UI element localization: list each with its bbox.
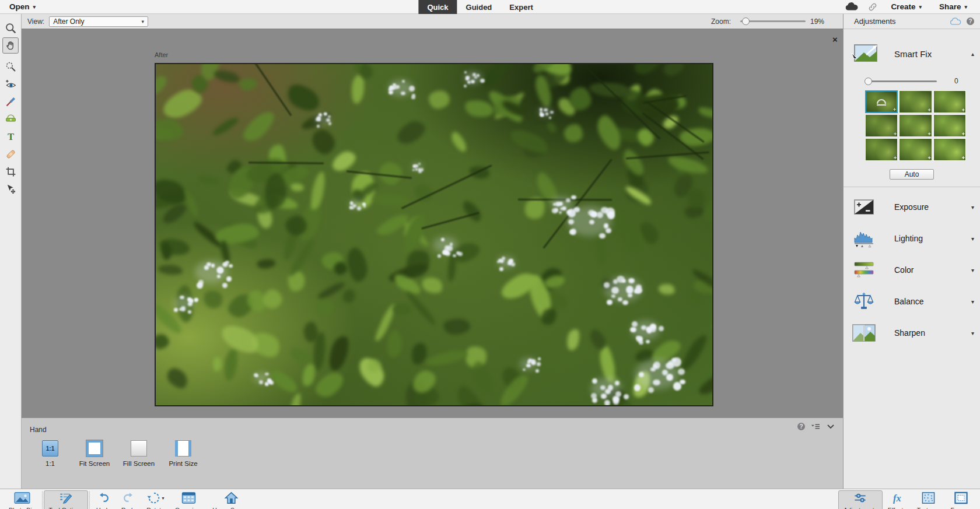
photo-bin-button[interactable]: Photo Bin: [4, 490, 41, 509]
smart-fix-thumbnail[interactable]: +: [899, 90, 932, 113]
collapse-panel-chevron-icon[interactable]: [827, 424, 835, 429]
smart-fix-thumbnail[interactable]: +: [933, 90, 966, 113]
photo-editor-window: Open ▾ Quick Guided Expert Create ▾ Shar…: [0, 0, 980, 509]
frames-button[interactable]: Frames: [945, 490, 977, 509]
preset-label: Print Size: [169, 460, 197, 467]
whiten-teeth-tool-icon: [5, 96, 17, 108]
smart-fix-header[interactable]: Smart Fix ▴: [851, 43, 974, 64]
zoom-preset-buttons: 1:1 1:1 Fit Screen Fill Screen Print Siz…: [32, 440, 835, 467]
balance-icon: [851, 292, 877, 312]
type-tool-button[interactable]: T: [2, 128, 19, 145]
topbar-right-group: Create ▾ Share ▾: [844, 0, 980, 14]
cloud-outline-icon[interactable]: [949, 17, 962, 26]
auto-button[interactable]: Auto: [890, 169, 934, 180]
exposure-icon: [851, 199, 877, 215]
adjustment-sections: Exposure ▾ Lighting ▾: [844, 191, 980, 349]
section-exposure[interactable]: Exposure ▾: [844, 191, 980, 223]
move-tool-icon: [5, 183, 17, 195]
tool-options-controls: ?: [797, 423, 835, 430]
close-image-button[interactable]: ×: [832, 35, 838, 44]
smart-fix-thumbnail[interactable]: +: [865, 138, 898, 161]
smart-fix-thumbnail[interactable]: +: [899, 138, 932, 161]
red-eye-tool-button[interactable]: [2, 76, 19, 92]
help-icon[interactable]: ?: [797, 423, 805, 430]
view-mode-value: After Only: [53, 17, 84, 26]
effects-button[interactable]: fx Effects: [883, 490, 912, 509]
tab-quick[interactable]: Quick: [418, 0, 457, 14]
panel-title: Adjustments: [854, 17, 896, 26]
smart-fix-icon: [851, 43, 878, 64]
image-canvas-area: After ×: [22, 29, 843, 417]
crop-tool-button[interactable]: [2, 163, 19, 180]
section-balance[interactable]: Balance ▾: [844, 286, 980, 317]
smart-fix-thumbnail[interactable]: +: [865, 114, 898, 137]
color-icon: [851, 261, 877, 279]
fit-screen-icon: [86, 440, 103, 457]
redo-button[interactable]: Redo: [116, 490, 141, 509]
smart-fix-thumbnail[interactable]: +: [933, 114, 966, 137]
preset-1-1-button[interactable]: 1:1 1:1: [32, 440, 68, 467]
redo-icon: [122, 491, 135, 505]
straighten-tool-button[interactable]: [2, 111, 19, 127]
adjustments-button[interactable]: Adjustments: [838, 490, 883, 509]
zoom-label: Zoom:: [711, 17, 731, 26]
chevron-down-icon[interactable]: ▾: [971, 267, 974, 273]
preset-print-size-button[interactable]: Print Size: [165, 440, 201, 467]
straighten-tool-icon: [5, 113, 17, 125]
quick-selection-tool-button[interactable]: [2, 58, 19, 75]
smart-fix-slider-knob[interactable]: [864, 78, 872, 85]
hand-tool-button[interactable]: [2, 37, 19, 54]
rotate-button[interactable]: ▾ Rotate: [141, 490, 170, 509]
organizer-icon: [181, 491, 196, 505]
taskbar-label: Undo: [96, 507, 111, 509]
rotate-icon: [147, 492, 161, 504]
link-icon[interactable]: [867, 2, 878, 12]
chevron-down-icon[interactable]: ▾: [971, 204, 974, 210]
smart-fix-thumbnail[interactable]: +: [899, 114, 932, 137]
section-label: Sharpen: [894, 328, 925, 338]
textures-icon: [921, 491, 936, 505]
view-options-bar: View: After Only ▾ Zoom: 19%: [22, 14, 843, 29]
chevron-down-icon[interactable]: ▾: [971, 236, 974, 242]
spot-healing-tool-button[interactable]: [2, 146, 19, 162]
zoom-tool-button[interactable]: [2, 20, 19, 36]
home-screen-button[interactable]: Home Screen: [207, 490, 255, 509]
section-lighting[interactable]: Lighting ▾: [844, 223, 980, 254]
zoom-slider-knob[interactable]: [742, 17, 750, 25]
section-color[interactable]: Color ▾: [844, 254, 980, 286]
taskbar-label: Photo Bin: [9, 507, 36, 509]
adjustments-panel-header: Adjustments ?: [844, 14, 980, 29]
chevron-down-icon[interactable]: ▾: [971, 330, 974, 336]
chevron-down-icon: ▾: [919, 4, 922, 10]
tab-expert[interactable]: Expert: [501, 0, 541, 14]
preset-fit-screen-button[interactable]: Fit Screen: [76, 440, 113, 467]
preset-fill-screen-button[interactable]: Fill Screen: [121, 440, 157, 467]
smart-fix-thumbnail[interactable]: +: [865, 90, 898, 113]
cloud-sync-icon[interactable]: [844, 2, 859, 12]
chevron-down-icon[interactable]: ▾: [971, 299, 974, 305]
smart-fix-thumbnail[interactable]: +: [933, 138, 966, 161]
reset-icon: [875, 97, 888, 107]
undo-button[interactable]: Undo: [91, 490, 116, 509]
collapse-up-icon[interactable]: ▴: [971, 51, 974, 57]
create-button[interactable]: Create ▾: [886, 0, 926, 14]
chevron-down-icon: ▾: [964, 4, 967, 10]
tool-options-button[interactable]: Tool Options: [44, 490, 88, 509]
flyout-menu-icon[interactable]: [811, 423, 821, 430]
hand-tool-icon: [5, 40, 17, 52]
photo-bin-icon: [14, 491, 30, 505]
move-tool-button[interactable]: [2, 181, 19, 197]
help-icon[interactable]: ?: [967, 17, 974, 25]
section-sharpen[interactable]: Sharpen ▾: [844, 317, 980, 349]
tab-guided[interactable]: Guided: [457, 0, 501, 14]
view-mode-dropdown[interactable]: After Only ▾: [49, 16, 148, 27]
top-menu-bar: Open ▾ Quick Guided Expert Create ▾ Shar…: [0, 0, 980, 14]
share-button[interactable]: Share ▾: [935, 0, 972, 14]
taskbar-label: Effects: [888, 507, 907, 509]
whiten-teeth-tool-button[interactable]: [2, 93, 19, 110]
textures-button[interactable]: Textures: [912, 490, 946, 509]
adjustments-panel: Adjustments ? Smart Fix ▴: [843, 14, 980, 489]
organizer-button[interactable]: Organizer: [170, 490, 207, 509]
open-button[interactable]: Open ▾: [5, 0, 40, 14]
open-label: Open: [9, 2, 30, 11]
